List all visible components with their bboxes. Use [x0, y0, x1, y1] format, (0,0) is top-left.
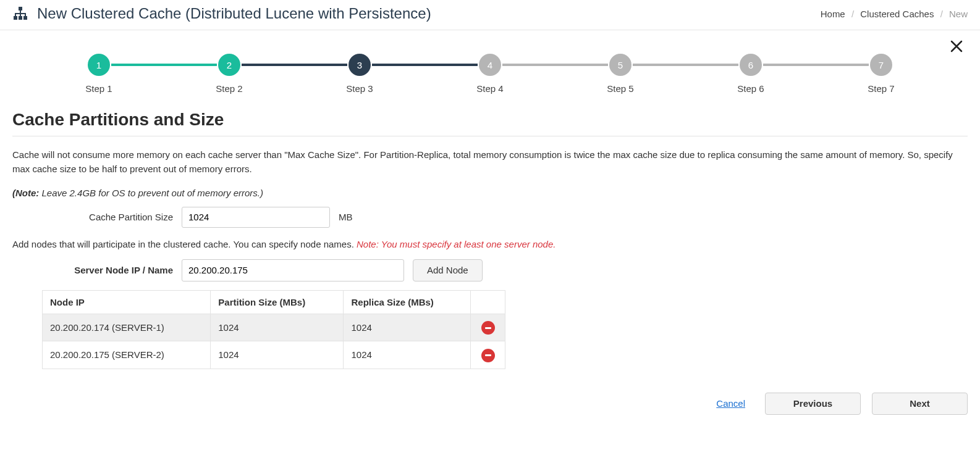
- step-circle: 6: [740, 54, 762, 76]
- previous-button[interactable]: Previous: [765, 393, 861, 415]
- breadcrumb: Home / Clustered Caches / New: [821, 9, 968, 19]
- section-description: Cache will not consume more memory on ea…: [12, 148, 968, 177]
- page-title: New Clustered Cache (Distributed Lucene …: [37, 5, 431, 22]
- server-node-label: Server Node IP / Name: [12, 265, 173, 275]
- add-nodes-text: Add nodes that will participate in the c…: [12, 239, 357, 249]
- step-connector: [372, 64, 478, 66]
- step-connector: [242, 64, 347, 66]
- step-circle: 5: [609, 54, 632, 76]
- server-node-input[interactable]: [182, 259, 404, 281]
- cell-node-ip: 20.200.20.175 (SERVER-2): [43, 341, 211, 369]
- step-connector: [111, 64, 217, 66]
- step-5[interactable]: 5 Step 5: [608, 54, 633, 94]
- breadcrumb-current: New: [949, 9, 968, 19]
- svg-rect-3: [23, 16, 27, 20]
- svg-rect-1: [14, 16, 17, 20]
- th-node-ip: Node IP: [43, 290, 211, 314]
- cell-action: [471, 314, 505, 341]
- step-circle: 7: [870, 54, 892, 76]
- step-2[interactable]: 2 Step 2: [217, 54, 242, 94]
- breadcrumb-sep: /: [940, 9, 943, 19]
- add-node-button[interactable]: Add Node: [413, 259, 483, 281]
- close-icon[interactable]: [949, 39, 964, 54]
- nodes-table: Node IP Partition Size (MBs) Replica Siz…: [42, 290, 505, 369]
- note-text: Leave 2.4GB for OS to prevent out of mem…: [39, 188, 263, 198]
- step-label: Step 7: [868, 83, 894, 94]
- step-circle: 4: [479, 54, 501, 76]
- cell-node-ip: 20.200.20.174 (SERVER-1): [43, 314, 211, 341]
- add-nodes-warning: Note: You must specify at least one serv…: [357, 239, 555, 249]
- section-title: Cache Partitions and Size: [12, 110, 968, 130]
- svg-rect-2: [19, 16, 22, 20]
- partition-size-row: Cache Partition Size MB: [12, 207, 968, 228]
- stepper: 1 Step 1 2 Step 2 3 Step 3 4 Step 4 5 St…: [25, 43, 955, 100]
- cell-replica: 1024: [344, 314, 471, 341]
- step-4[interactable]: 4 Step 4: [478, 54, 502, 94]
- cluster-icon: [12, 7, 28, 20]
- step-connector: [502, 64, 608, 66]
- divider: [12, 136, 968, 136]
- note-line: (Note: Leave 2.4GB for OS to prevent out…: [12, 188, 968, 198]
- remove-icon[interactable]: [481, 321, 495, 335]
- th-replica-size: Replica Size (MBs): [344, 290, 471, 314]
- step-label: Step 5: [607, 83, 633, 94]
- content: Cache Partitions and Size Cache will not…: [0, 100, 980, 381]
- step-label: Step 3: [346, 83, 373, 94]
- step-label: Step 6: [737, 83, 764, 94]
- table-row: 20.200.20.174 (SERVER-1) 1024 1024: [43, 314, 505, 341]
- step-7[interactable]: 7 Step 7: [869, 54, 893, 94]
- step-6[interactable]: 6 Step 6: [738, 54, 763, 94]
- partition-size-input[interactable]: [182, 207, 330, 228]
- note-label: (Note:: [12, 188, 39, 198]
- table-header-row: Node IP Partition Size (MBs) Replica Siz…: [43, 290, 505, 314]
- step-circle: 3: [348, 54, 371, 76]
- partition-size-unit: MB: [339, 212, 353, 222]
- table-row: 20.200.20.175 (SERVER-2) 1024 1024: [43, 341, 505, 369]
- breadcrumb-caches[interactable]: Clustered Caches: [860, 9, 934, 19]
- cell-action: [471, 341, 505, 369]
- add-node-row: Server Node IP / Name Add Node: [12, 259, 968, 281]
- breadcrumb-sep: /: [851, 9, 854, 19]
- remove-icon[interactable]: [481, 349, 495, 362]
- step-circle: 2: [218, 54, 240, 76]
- step-connector: [763, 64, 869, 66]
- step-label: Step 4: [476, 83, 503, 94]
- header-left: New Clustered Cache (Distributed Lucene …: [12, 5, 431, 22]
- footer: Cancel Previous Next: [0, 381, 980, 421]
- step-connector: [633, 64, 738, 66]
- step-label: Step 2: [216, 83, 242, 94]
- cell-replica: 1024: [344, 341, 471, 369]
- partition-size-label: Cache Partition Size: [12, 212, 173, 222]
- cell-partition: 1024: [211, 341, 344, 369]
- add-nodes-line: Add nodes that will participate in the c…: [12, 239, 968, 249]
- th-actions: [471, 290, 505, 314]
- breadcrumb-home[interactable]: Home: [821, 9, 845, 19]
- step-3[interactable]: 3 Step 3: [347, 54, 372, 94]
- wizard-container: 1 Step 1 2 Step 2 3 Step 3 4 Step 4 5 St…: [0, 30, 980, 100]
- svg-rect-0: [19, 7, 22, 10]
- next-button[interactable]: Next: [872, 393, 968, 415]
- page-header: New Clustered Cache (Distributed Lucene …: [0, 0, 980, 30]
- step-label: Step 1: [85, 83, 112, 94]
- th-partition-size: Partition Size (MBs): [211, 290, 344, 314]
- step-circle: 1: [88, 54, 110, 76]
- step-1[interactable]: 1 Step 1: [87, 54, 111, 94]
- cancel-link[interactable]: Cancel: [716, 398, 745, 409]
- cell-partition: 1024: [211, 314, 344, 341]
